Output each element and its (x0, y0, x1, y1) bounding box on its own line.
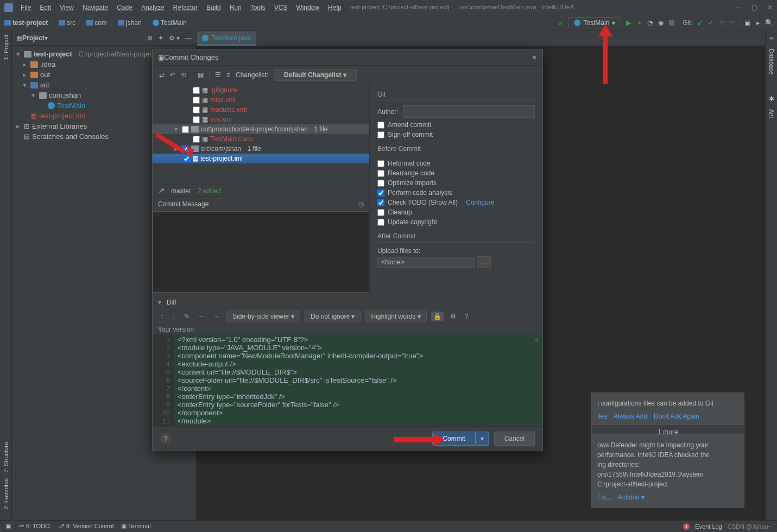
database-icon[interactable]: ≡ (769, 35, 773, 42)
status-terminal[interactable]: ▣ Terminal (121, 523, 150, 530)
history-icon[interactable]: ⟲ (718, 19, 725, 27)
status-square-icon[interactable]: ▣ (5, 523, 11, 530)
menu-window[interactable]: Window (293, 3, 323, 12)
error-count-icon[interactable]: 1 (683, 523, 690, 530)
notif-dont-ask[interactable]: Don't Ask Again (654, 411, 699, 421)
settings-icon[interactable]: ⚙ ▾ (169, 34, 180, 42)
undo-icon[interactable]: ↶ (170, 71, 175, 79)
run-icon[interactable]: ▶ (624, 19, 632, 27)
commit-icon[interactable]: ✓ (707, 19, 715, 27)
menu-tools[interactable]: Tools (247, 3, 269, 12)
maximize-icon[interactable]: ▢ (751, 4, 757, 11)
menu-vcs[interactable]: VCS (271, 3, 291, 12)
revert-icon[interactable]: ↶ (729, 19, 736, 27)
close-icon[interactable]: ✕ (767, 4, 773, 11)
notif-always-add[interactable]: Always Add (614, 411, 647, 421)
notif-fix[interactable]: Fix... (597, 492, 611, 502)
menu-run[interactable]: Run (226, 3, 245, 12)
history-icon[interactable]: ◷ (358, 200, 364, 208)
select-opened-icon[interactable]: ⊕ (147, 34, 153, 42)
status-event-log[interactable]: Event Log (695, 523, 722, 530)
dialog-close-icon[interactable]: ✕ (532, 54, 537, 61)
update-icon[interactable]: ↙ (696, 19, 704, 27)
profile-icon[interactable]: ◉ (657, 19, 665, 27)
next-diff-icon[interactable]: ↓ (170, 313, 178, 320)
search-everywhere-icon[interactable]: 🔍 (765, 19, 773, 27)
menu-help[interactable]: Help (325, 3, 345, 12)
crumb-project[interactable]: test-project (4, 19, 48, 27)
collapse-all-icon[interactable]: ≡ (226, 71, 230, 79)
tab-project[interactable]: 1: Project (3, 35, 9, 60)
signoff-checkbox[interactable] (377, 131, 384, 138)
minimize-icon[interactable]: — (735, 4, 742, 11)
avatar-icon[interactable]: ▣ (743, 19, 751, 27)
commit-split-button[interactable]: ▾ (476, 432, 489, 446)
cancel-button[interactable]: Cancel (494, 432, 535, 446)
tab-database[interactable]: Database (768, 49, 775, 74)
stop-icon[interactable] (668, 19, 675, 27)
dialog-help-icon[interactable]: ? (160, 433, 171, 444)
menu-navigate[interactable]: Navigate (79, 3, 111, 12)
tab-structure[interactable]: 7: Structure (3, 442, 9, 473)
status-todo[interactable]: ≔ 6: TODO (18, 523, 50, 530)
redo-icon[interactable]: ⟲ (181, 71, 186, 79)
notif-actions[interactable]: Actions ▾ (618, 492, 645, 502)
build-icon[interactable]: ↙ (557, 19, 565, 27)
menu-edit[interactable]: Edit (36, 3, 54, 12)
fwd-icon[interactable]: → (211, 313, 222, 320)
menu-code[interactable]: Code (113, 3, 136, 12)
ide-tools-icon[interactable]: ▸ (754, 19, 762, 27)
run-config-select[interactable]: TestMain▾ (568, 17, 621, 28)
debug-icon[interactable]: ⌖ (635, 19, 643, 27)
back-icon[interactable]: ← (196, 313, 207, 320)
hide-icon[interactable]: — (185, 34, 192, 42)
coverage-icon[interactable]: ◔ (646, 19, 654, 27)
copyright-checkbox[interactable] (377, 219, 384, 226)
viewer-select[interactable]: Side-by-side viewer ▾ (226, 311, 300, 322)
reformat-checkbox[interactable] (377, 160, 384, 167)
menu-build[interactable]: Build (203, 3, 224, 12)
menu-analyze[interactable]: Analyze (138, 3, 168, 12)
changes-tree[interactable]: ▦.gitignore ▦misc.xml ▦modules.xml ▦vcs.… (153, 84, 369, 185)
commit-message-input[interactable] (153, 211, 369, 293)
commit-button[interactable]: Commit (432, 432, 475, 446)
notif-link1[interactable]: iles (597, 411, 607, 421)
expand-all-icon[interactable]: ☰ (215, 71, 221, 79)
upload-more[interactable]: … (477, 256, 491, 268)
menu-view[interactable]: View (56, 3, 77, 12)
edit-icon[interactable]: ✎ (182, 313, 192, 320)
tab-ant[interactable]: Ant (768, 109, 775, 118)
highlight-select[interactable]: Highlight words ▾ (365, 311, 426, 322)
tab-favorites[interactable]: 2: Favorites (3, 478, 9, 509)
crumb-com[interactable]: com (86, 19, 107, 27)
rearrange-checkbox[interactable] (377, 170, 384, 177)
cleanup-checkbox[interactable] (377, 209, 384, 216)
status-bar: ▣ ≔ 6: TODO ⎇ 9: Version Control ▣ Termi… (0, 520, 777, 532)
refresh-icon[interactable]: ⇄ (159, 71, 165, 79)
prev-diff-icon[interactable]: ↑ (158, 313, 166, 320)
ant-icon[interactable]: ✱ (769, 95, 774, 103)
expand-icon[interactable]: ✦ (158, 34, 163, 42)
group-icon[interactable]: ▦ (198, 71, 204, 79)
crumb-src[interactable]: src (59, 19, 75, 27)
crumb-jshan[interactable]: jshan (118, 19, 142, 27)
gear-icon[interactable]: ⚙ (448, 313, 458, 320)
editor-tab-testmain[interactable]: TestMain.java (197, 31, 256, 46)
changelist-select[interactable]: Default Changelist ▾ (274, 69, 357, 81)
menu-refactor[interactable]: Refactor (170, 3, 201, 12)
menu-file[interactable]: File (17, 3, 34, 12)
status-vc[interactable]: ⎇ 9: Version Control (58, 523, 114, 530)
configure-link[interactable]: Configure (466, 199, 494, 206)
amend-checkbox[interactable] (377, 122, 384, 129)
lock-icon[interactable]: 🔒 (431, 312, 444, 321)
help-icon[interactable]: ? (463, 313, 471, 320)
todo-checkbox[interactable] (377, 199, 384, 206)
crumb-testmain[interactable]: TestMain (153, 19, 187, 27)
ignore-select[interactable]: Do not ignore ▾ (305, 311, 361, 322)
optimize-checkbox[interactable] (377, 180, 384, 187)
upload-select[interactable]: <None> (377, 257, 475, 268)
right-tool-gutter: ≡ Database ✱ Ant (765, 30, 777, 520)
author-input[interactable] (403, 105, 535, 118)
analysis-checkbox[interactable] (377, 189, 384, 197)
diff-view[interactable]: 1234567891011 <?xml version="1.0" encodi… (153, 334, 542, 426)
